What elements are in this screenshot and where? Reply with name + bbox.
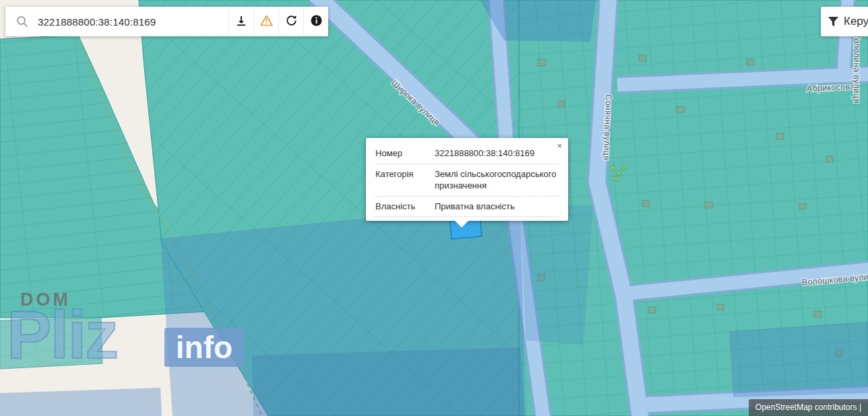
building (776, 133, 784, 139)
download-icon (236, 15, 247, 28)
popup-tip (455, 221, 468, 228)
tree-icon (614, 176, 618, 180)
building (538, 59, 546, 66)
info-icon (311, 15, 322, 28)
building (639, 55, 646, 61)
search-icon (5, 15, 36, 28)
popup-label-number: Номер (375, 147, 431, 160)
popup-row-category: Категорія Землі сільськогосподарського п… (375, 164, 559, 197)
info-button[interactable] (303, 7, 328, 36)
popup-row-number: Номер 3221888800:38:140:8169 (375, 143, 559, 164)
building (799, 203, 806, 209)
overlay-bottom-band (252, 347, 524, 416)
tree-icon (611, 166, 615, 170)
tree-icon (617, 171, 621, 175)
building (558, 101, 565, 107)
refresh-button[interactable] (278, 7, 303, 36)
map-attribution: OpenStreetMap contributors | (749, 399, 868, 416)
parcel-info-popup: × Номер 3221888800:38:140:8169 Категорія… (366, 138, 568, 221)
popup-value-number: 3221888800:38:140:8169 (435, 147, 559, 160)
popup-label-ownership: Власність (375, 201, 431, 213)
building (717, 304, 724, 310)
overlay-mid-column (520, 203, 593, 345)
download-button[interactable] (228, 7, 253, 36)
parcel-block-left-bottom (0, 318, 102, 369)
popup-label-category: Категорія (375, 168, 431, 192)
building (826, 156, 833, 162)
filter-funnel-icon (828, 16, 839, 28)
building (747, 59, 754, 65)
tree-icon (622, 166, 626, 170)
search-input[interactable] (36, 15, 228, 28)
building (814, 311, 822, 317)
street-label-topolyna: Тополина вулиця (852, 34, 862, 103)
building (677, 106, 685, 112)
street-label-abrykosova: Абрикосова (806, 81, 855, 94)
refresh-icon (286, 15, 297, 28)
building (705, 202, 712, 208)
warning-icon (260, 15, 273, 28)
popup-close-button[interactable]: × (555, 140, 563, 151)
popup-row-ownership: Власність Приватна власність (375, 197, 559, 217)
layers-filter-button[interactable]: Керу (821, 7, 868, 36)
overlay-right (729, 322, 868, 397)
layers-button-label: Керу (844, 15, 868, 28)
popup-value-category: Землі сільськогосподарського призначення (435, 168, 559, 192)
building (642, 201, 649, 207)
building (648, 307, 656, 313)
search-bar (5, 7, 328, 36)
warning-button[interactable] (253, 7, 278, 36)
popup-value-ownership: Приватна власність (435, 201, 559, 213)
